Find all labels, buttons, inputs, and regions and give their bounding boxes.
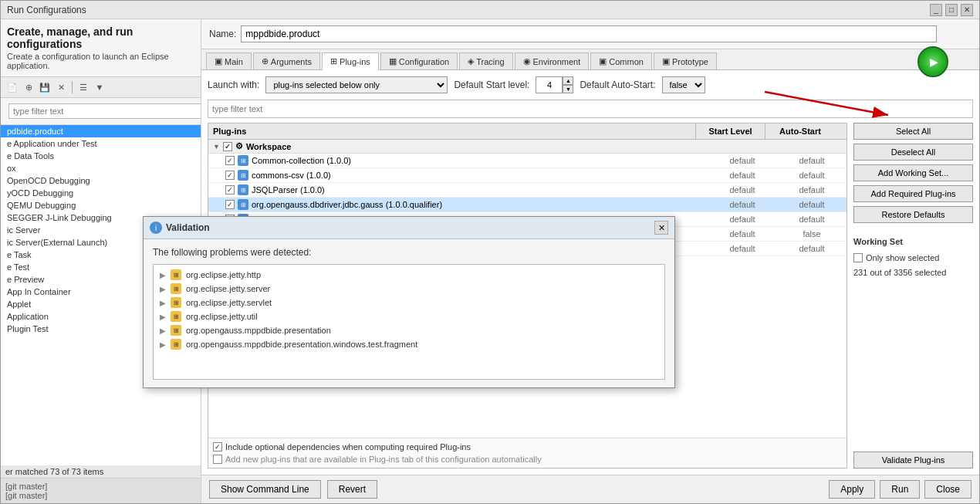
row-checkbox-3[interactable] [225,200,235,209]
table-row[interactable]: ⊞ JSQLParser (1.0.0) default default [208,183,847,198]
run-launch-button[interactable] [917,46,948,77]
start-level-up[interactable]: ▲ [563,76,573,85]
tab-main[interactable]: ▣ Main [206,52,252,69]
only-show-row: Only show selected [853,253,973,262]
validation-item-1[interactable]: ▶ ⊞ org.eclipse.jetty.server [157,282,661,296]
delete-icon[interactable]: ✕ [54,80,68,94]
bottom-bar: Show Command Line Revert Apply Run Close [201,475,979,503]
start-level-down[interactable]: ▼ [563,85,573,93]
auto-cell-6: default [777,242,847,255]
auto-start-select[interactable]: false true [662,76,705,93]
tab-prototype[interactable]: ▣ Prototype [654,52,717,69]
sidebar-item-data-tools[interactable]: e Data Tools [1,150,201,162]
sidebar-item-openocd[interactable]: OpenOCD Debugging [1,174,201,187]
tab-plugins[interactable]: ⊞ Plug-ins [322,52,379,70]
modal-description: The following problems were detected: [153,247,665,258]
validation-dialog-close[interactable]: ✕ [654,221,668,235]
add-required-plugins-button[interactable]: Add Required Plug-ins [853,185,973,202]
red-arrow-indicator [757,76,911,123]
tab-arguments[interactable]: ⊕ Arguments [253,52,320,69]
tab-environment[interactable]: ◉ Environment [515,52,590,69]
include-optional-checkbox[interactable] [213,442,222,452]
run-button[interactable]: Run [880,480,920,499]
tab-common[interactable]: ▣ Common [590,52,652,69]
val-icon-0: ⊞ [171,269,181,280]
row-checkbox-1[interactable] [225,171,235,180]
sidebar-item-yocd[interactable]: yOCD Debugging [1,187,201,199]
name-label: Name: [209,29,236,39]
maximize-button[interactable]: □ [945,4,958,16]
table-row[interactable]: ⊞ Common-collection (1.0.0) default defa… [208,154,847,168]
row-checkbox-0[interactable] [225,156,235,165]
validation-item-4[interactable]: ▶ ⊞ org.opengauss.mppdbide.presentation [157,323,661,337]
sidebar-item-pdbide[interactable]: pdbide.product [1,125,201,137]
val-name-0: org.eclipse.jetty.http [186,270,261,279]
tab-main-label: Main [225,57,243,66]
close-button[interactable]: Close [924,480,972,499]
tab-tracing-icon: ◈ [468,56,474,66]
tab-plugins-icon: ⊞ [330,56,337,66]
select-all-button[interactable]: Select All [853,123,973,140]
revert-button[interactable]: Revert [327,480,377,499]
close-window-button[interactable]: ✕ [961,4,973,16]
row-checkbox-2[interactable] [225,185,235,194]
table-row[interactable]: ⊞ org.opengauss.dbdriver.jdbc.gauss (1.0… [208,198,847,212]
validation-item-0[interactable]: ▶ ⊞ org.eclipse.jetty.http [157,268,661,282]
sidebar-item-qemu[interactable]: QEMU Debugging [1,199,201,211]
tab-tracing[interactable]: ◈ Tracing [459,52,512,69]
plugin-icon-1: ⊞ [238,170,248,181]
launch-select[interactable]: plug-ins selected below onlyall workspac… [265,76,448,93]
val-arrow-4: ▶ [160,326,166,335]
auto-start-label: Default Auto-Start: [580,79,655,90]
start-level-input[interactable] [536,76,563,93]
only-show-selected-checkbox[interactable] [853,253,863,262]
deselect-all-button[interactable]: Deselect All [853,144,973,161]
plugin-name-0: Common-collection (1.0.0) [252,156,351,165]
col-header-start: Start Level [696,123,765,139]
apply-button[interactable]: Apply [829,480,875,499]
val-arrow-2: ▶ [160,299,166,307]
duplicate-icon[interactable]: ⊕ [22,80,35,94]
working-set-label: Working Set [853,237,973,246]
filter-icon[interactable]: ☰ [76,80,90,94]
launch-label: Launch with: [208,79,259,90]
new-config-icon[interactable]: 📄 [5,80,19,94]
auto-cell-5: false [777,228,847,240]
restore-defaults-button[interactable]: Restore Defaults [853,206,973,223]
sidebar-item-app-under-test[interactable]: e Application under Test [1,137,201,150]
modal-title-left: i Validation [150,222,210,234]
sidebar-filter-input[interactable] [8,103,201,119]
tab-common-icon: ▣ [599,56,607,66]
add-plugins-checkbox[interactable] [213,455,222,464]
sidebar-status: er matched 73 of 73 items [1,465,201,478]
name-input[interactable] [241,25,937,42]
git-branch-1: [git master] [5,482,47,491]
val-icon-4: ⊞ [171,325,181,336]
filter-options-icon[interactable]: ▼ [93,80,106,94]
validation-item-5[interactable]: ▶ ⊞ org.opengauss.mppdbide.presentation.… [157,337,661,351]
add-working-set-button[interactable]: Add Working Set... [853,164,973,181]
sidebar-header: Create, manage, and run configurations C… [1,19,201,76]
validation-item-2[interactable]: ▶ ⊞ org.eclipse.jetty.servlet [157,296,661,310]
tab-configuration[interactable]: ▦ Configuration [380,52,458,69]
add-plugins-row: Add new plug-ins that are available in P… [213,455,842,464]
val-arrow-0: ▶ [160,271,166,279]
val-name-5: org.opengauss.mppdbide.presentation.wind… [186,340,417,349]
validation-dialog[interactable]: i Validation ✕ The following problems we… [143,216,675,388]
show-command-line-button[interactable]: Show Command Line [209,480,321,499]
start-cell-0: default [708,154,777,167]
tab-configuration-label: Configuration [399,57,449,66]
tab-environment-icon: ◉ [523,56,531,66]
plugin-name-1: commons-csv (1.0.0) [252,171,331,180]
sidebar-item-ox[interactable]: ox [1,162,201,174]
save-icon[interactable]: 💾 [38,80,52,94]
group-workspace[interactable]: ▼ ⚙ Workspace [208,140,847,154]
workspace-group-checkbox[interactable] [223,142,232,151]
start-cell-1: default [708,169,777,181]
validation-item-3[interactable]: ▶ ⊞ org.eclipse.jetty.util [157,310,661,323]
name-row: Name: [201,19,979,49]
table-row[interactable]: ⊞ commons-csv (1.0.0) default default [208,168,847,183]
title-bar: Run Configurations _ □ ✕ [1,1,979,19]
validate-plugins-button[interactable]: Validate Plug-ins [853,452,973,468]
minimize-button[interactable]: _ [930,4,942,16]
